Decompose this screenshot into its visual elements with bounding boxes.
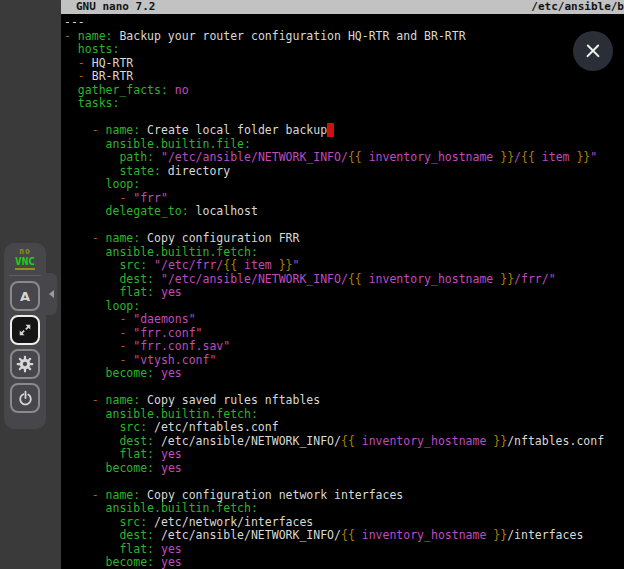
editor-line[interactable]: - BR-RTR xyxy=(64,70,624,84)
code-token: - xyxy=(119,326,133,340)
code-token xyxy=(154,447,161,461)
code-token xyxy=(154,150,161,164)
code-token xyxy=(154,366,161,380)
desktop: GNU nano 7.2 /etc/ansible/b ---- name: B… xyxy=(0,0,624,569)
code-token: no xyxy=(175,83,189,97)
editor-line[interactable]: - "frr.conf.sav" xyxy=(64,340,624,354)
code-token: /interfaces xyxy=(507,528,583,542)
code-token xyxy=(64,204,106,218)
editor-line[interactable]: delegate_to: localhost xyxy=(64,205,624,219)
settings-button[interactable] xyxy=(10,349,40,379)
editor-line[interactable]: loop: xyxy=(64,300,624,314)
code-token: inventory_hostname xyxy=(362,150,500,164)
code-token: - xyxy=(92,123,106,137)
editor-line[interactable]: - "frr" xyxy=(64,192,624,206)
editor-line[interactable]: ansible.builtin.fetch: xyxy=(64,246,624,260)
code-token: "daemons" xyxy=(133,312,195,326)
editor-line[interactable]: - name: Backup your router configuration… xyxy=(64,30,624,44)
code-token: flat: xyxy=(119,542,154,556)
code-token: become: xyxy=(106,366,154,380)
editor-line[interactable]: path: "/etc/ansible/NETWORK_INFO/{{ inve… xyxy=(64,151,624,165)
fullscreen-button[interactable] xyxy=(10,315,40,345)
code-token: {{ xyxy=(348,150,362,164)
code-token xyxy=(64,245,106,259)
close-button[interactable] xyxy=(573,31,613,71)
editor-line[interactable]: become: yes xyxy=(64,462,624,476)
editor-line[interactable]: - "daemons" xyxy=(64,313,624,327)
editor-line[interactable]: flat: yes xyxy=(64,543,624,557)
editor-line[interactable]: flat: yes xyxy=(64,448,624,462)
editor-line[interactable]: ansible.builtin.fetch: xyxy=(64,502,624,516)
code-token xyxy=(64,326,119,340)
editor-area[interactable]: ---- name: Backup your router configurat… xyxy=(61,14,624,569)
code-token: inventory_hostname xyxy=(355,434,493,448)
code-token: name: xyxy=(106,488,141,502)
editor-line[interactable]: flat: yes xyxy=(64,286,624,300)
editor-line[interactable]: - "vtysh.conf" xyxy=(64,354,624,368)
code-token: - xyxy=(92,393,106,407)
editor-line[interactable]: - HQ-RTR xyxy=(64,57,624,71)
code-token: name: xyxy=(106,393,141,407)
editor-line[interactable]: ansible.builtin.file: xyxy=(64,138,624,152)
extra-keys-button[interactable]: A xyxy=(10,281,40,311)
editor-line[interactable]: tasks: xyxy=(64,97,624,111)
editor-line[interactable]: ansible.builtin.fetch: xyxy=(64,408,624,422)
editor-line[interactable]: gather_facts: no xyxy=(64,84,624,98)
editor-line[interactable]: --- xyxy=(64,16,624,30)
editor-line[interactable] xyxy=(64,111,624,125)
code-token: Backup your router configuration HQ-RTR … xyxy=(112,29,465,43)
code-token xyxy=(64,420,119,434)
code-token xyxy=(154,285,161,299)
nano-filename-label: /etc/ansible/b xyxy=(531,0,624,14)
code-token xyxy=(64,353,119,367)
nano-terminal[interactable]: GNU nano 7.2 /etc/ansible/b ---- name: B… xyxy=(61,0,624,569)
editor-line[interactable] xyxy=(64,219,624,233)
editor-line[interactable]: dest: /etc/ansible/NETWORK_INFO/{{ inven… xyxy=(64,529,624,543)
code-token: "/etc/frr/ xyxy=(154,258,223,272)
code-token xyxy=(64,407,106,421)
code-token xyxy=(64,515,119,529)
code-token: become: xyxy=(106,461,154,475)
code-token xyxy=(64,488,92,502)
power-button[interactable] xyxy=(10,383,40,413)
editor-line[interactable]: - "frr.conf" xyxy=(64,327,624,341)
editor-line[interactable]: become: yes xyxy=(64,367,624,381)
editor-line[interactable]: loop: xyxy=(64,178,624,192)
code-token: "vtysh.conf" xyxy=(133,353,216,367)
novnc-logo: no VNC xyxy=(15,248,35,270)
code-token: inventory_hostname xyxy=(355,528,493,542)
code-token: yes xyxy=(161,555,182,569)
code-token: /etc/nftables.conf xyxy=(147,420,279,434)
code-token: --- xyxy=(64,15,85,29)
editor-line[interactable]: become: yes xyxy=(64,556,624,569)
editor-line[interactable] xyxy=(64,381,624,395)
code-token: Copy configuration FRR xyxy=(140,231,299,245)
code-token xyxy=(64,542,119,556)
code-token: BR-RTR xyxy=(92,69,134,83)
editor-line[interactable]: state: directory xyxy=(64,165,624,179)
code-token xyxy=(64,258,119,272)
code-token xyxy=(154,555,161,569)
editor-line[interactable]: dest: /etc/ansible/NETWORK_INFO/{{ inven… xyxy=(64,435,624,449)
editor-line[interactable]: src: /etc/network/interfaces xyxy=(64,516,624,530)
editor-line[interactable]: src: /etc/nftables.conf xyxy=(64,421,624,435)
editor-line[interactable]: hosts: xyxy=(64,43,624,57)
control-bar-handle[interactable] xyxy=(46,273,57,315)
nano-version-label: GNU nano 7.2 xyxy=(76,0,155,14)
code-token xyxy=(147,258,154,272)
code-token: " xyxy=(590,150,597,164)
fullscreen-icon xyxy=(18,323,32,337)
editor-line[interactable] xyxy=(64,475,624,489)
code-token: - xyxy=(119,191,133,205)
code-token: /frr/" xyxy=(514,272,556,286)
editor-line[interactable]: - name: Copy saved rules nftables xyxy=(64,394,624,408)
code-token: ansible.builtin.fetch: xyxy=(106,501,258,515)
code-token: loop: xyxy=(106,177,141,191)
editor-line[interactable]: src: "/etc/frr/{{ item }}" xyxy=(64,259,624,273)
editor-line[interactable]: - name: Create local folder backup xyxy=(64,124,624,138)
editor-line[interactable]: dest: "/etc/ansible/NETWORK_INFO/{{ inve… xyxy=(64,273,624,287)
editor-line[interactable]: - name: Copy configuration FRR xyxy=(64,232,624,246)
code-token xyxy=(64,177,106,191)
code-token: "/etc/ansible/NETWORK_INFO/ xyxy=(161,272,348,286)
editor-line[interactable]: - name: Copy configuration network inter… xyxy=(64,489,624,503)
